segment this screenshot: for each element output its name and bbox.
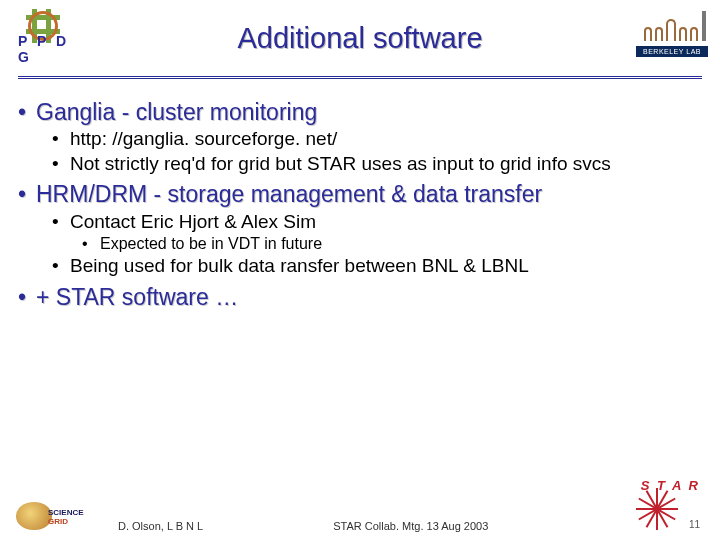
bullet-lvl2: Not strictly req'd for grid but STAR use… [52,152,702,176]
bullet-lvl2: Being used for bulk data ransfer between… [52,254,702,278]
slide-header: P P D G Additional software BERKELEY LAB [0,0,720,70]
bullet-lvl2: Contact Eric Hjort & Alex Sim [52,210,702,234]
slide-body: Ganglia - cluster monitoring http: //gan… [0,80,720,312]
footer-event: STAR Collab. Mtg. 13 Aug 2003 [333,520,488,532]
star-logo: S T A R 11 [632,476,702,532]
bullet-lvl2: http: //ganglia. sourceforge. net/ [52,127,702,151]
ppdg-logo-text: P P D G [18,33,72,65]
bullet-lvl1: Ganglia - cluster monitoring [18,98,702,127]
page-number: 11 [689,519,700,530]
bullet-lvl1: + STAR software … [18,283,702,312]
berkeley-lab-logo: BERKELEY LAB [636,9,706,67]
ppdg-logo: P P D G [14,9,84,67]
starburst-icon [636,488,678,530]
footer-author: D. Olson, L B N L [118,520,203,532]
bullet-lvl1: HRM/DRM - storage management & data tran… [18,180,702,209]
berkeley-lab-text: BERKELEY LAB [636,46,708,57]
slide-footer: D. Olson, L B N L STAR Collab. Mtg. 13 A… [0,476,720,532]
slide-title: Additional software [84,22,636,55]
bullet-lvl3: Expected to be in VDT in future [82,234,702,254]
